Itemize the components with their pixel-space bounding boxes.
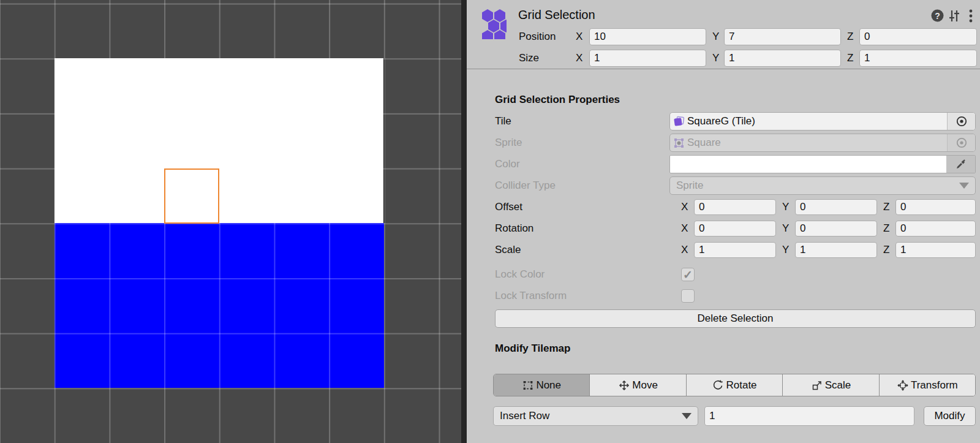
eyedropper-icon[interactable] [946, 156, 975, 173]
scale-z-label: Z [883, 243, 889, 257]
sprite-value: Square [687, 137, 721, 149]
offset-y-label: Y [782, 200, 789, 214]
modify-tool-group: None Move R [493, 374, 976, 396]
position-x-label: X [576, 30, 582, 44]
grid-selection-outline [164, 168, 219, 224]
collider-type-label: Collider Type [495, 179, 556, 192]
grid-selection-properties-heading: Grid Selection Properties [495, 93, 620, 107]
check-icon: ✓ [683, 268, 693, 282]
size-label: Size [519, 51, 539, 65]
modify-button-label: Modify [934, 410, 965, 422]
tool-transform-label: Transform [911, 379, 958, 392]
tool-move-label: Move [632, 379, 658, 392]
tilemap-white-region [55, 58, 384, 223]
collider-type-value: Sprite [676, 180, 959, 192]
tool-scale-label: Scale [825, 379, 851, 392]
tool-transform-button[interactable]: Transform [880, 374, 975, 396]
scale-z-input[interactable] [895, 242, 976, 258]
lock-transform-checkbox [681, 289, 695, 303]
selection-rect-icon [522, 379, 534, 392]
object-picker-icon-disabled [947, 134, 975, 151]
scale-x-input[interactable] [694, 242, 776, 258]
offset-z-input[interactable] [895, 199, 976, 215]
size-y-input[interactable] [724, 50, 841, 67]
panel-title: Grid Selection [518, 8, 595, 22]
sprite-object-field: Square [669, 134, 976, 152]
tile-asset-icon [673, 116, 685, 127]
tool-none-button[interactable]: None [494, 374, 590, 396]
position-y-label: Y [712, 30, 719, 44]
offset-x-input[interactable] [694, 199, 776, 215]
position-y-input[interactable] [724, 28, 841, 45]
delete-selection-label: Delete Selection [698, 312, 774, 325]
lock-transform-label: Lock Transform [495, 289, 567, 303]
size-z-input[interactable] [859, 50, 977, 67]
tool-rotate-label: Rotate [726, 379, 756, 392]
offset-y-input[interactable] [795, 199, 877, 215]
modify-tilemap-heading: Modify Tilemap [495, 342, 570, 355]
tilemap-action-value: Insert Row [500, 410, 682, 422]
presets-icon[interactable] [948, 10, 960, 22]
rotation-label: Rotation [495, 222, 533, 235]
tile-object-field[interactable]: SquareG (Tile) [669, 112, 976, 131]
panel-divider[interactable] [461, 0, 467, 443]
tool-scale-button[interactable]: Scale [783, 374, 879, 396]
tile-label: Tile [495, 115, 511, 128]
scale-x-label: X [681, 243, 688, 257]
position-x-input[interactable] [589, 28, 706, 45]
rotation-z-label: Z [883, 222, 889, 235]
tile-value: SquareG (Tile) [687, 115, 755, 127]
inspector-panel: Grid Selection ? [467, 0, 980, 443]
scale-label: Scale [495, 243, 521, 257]
size-z-label: Z [847, 51, 853, 65]
svg-text:?: ? [935, 11, 940, 21]
tool-move-button[interactable]: Move [590, 374, 686, 396]
rotate-icon [712, 379, 724, 392]
size-x-input[interactable] [589, 50, 706, 67]
rotation-z-input[interactable] [895, 221, 976, 237]
rotation-x-input[interactable] [694, 221, 776, 237]
color-swatch[interactable] [669, 155, 976, 173]
position-z-input[interactable] [859, 28, 977, 45]
help-icon[interactable]: ? [931, 9, 944, 22]
offset-z-label: Z [883, 200, 889, 214]
tilemap-blue-region [55, 223, 384, 388]
tool-none-label: None [536, 379, 561, 392]
sprite-asset-icon [673, 137, 685, 149]
size-y-label: Y [712, 51, 719, 65]
tilemap-action-dropdown[interactable]: Insert Row [493, 406, 698, 426]
inspector-header: Grid Selection ? [467, 0, 980, 69]
delete-selection-button[interactable]: Delete Selection [495, 309, 976, 328]
size-x-label: X [576, 51, 582, 65]
scale-y-input[interactable] [795, 242, 877, 258]
rotation-y-input[interactable] [795, 221, 877, 237]
grid-selection-icon [480, 9, 507, 39]
action-count-input[interactable] [704, 406, 914, 426]
scene-view[interactable] [0, 0, 461, 443]
object-picker-icon[interactable] [947, 113, 975, 130]
modify-button[interactable]: Modify [924, 406, 976, 426]
lock-color-checkbox: ✓ [681, 268, 695, 281]
offset-x-label: X [681, 200, 688, 214]
transform-icon [897, 379, 909, 392]
collider-type-dropdown: Sprite [669, 176, 976, 195]
app-window: Grid Selection ? [0, 0, 980, 443]
sprite-label: Sprite [495, 136, 522, 150]
scale-y-label: Y [782, 243, 789, 257]
chevron-down-icon [959, 183, 969, 189]
tilemap-right-edge [383, 58, 385, 223]
color-label: Color [495, 157, 520, 171]
move-arrows-icon [618, 379, 630, 392]
lock-color-label: Lock Color [495, 268, 545, 281]
rotation-x-label: X [681, 222, 688, 235]
tool-rotate-button[interactable]: Rotate [687, 374, 783, 396]
scale-icon [811, 379, 823, 392]
position-z-label: Z [847, 30, 853, 44]
position-label: Position [519, 30, 556, 44]
offset-label: Offset [495, 200, 522, 214]
rotation-y-label: Y [782, 222, 789, 235]
chevron-down-icon [682, 413, 692, 419]
more-options-icon[interactable] [969, 9, 973, 23]
